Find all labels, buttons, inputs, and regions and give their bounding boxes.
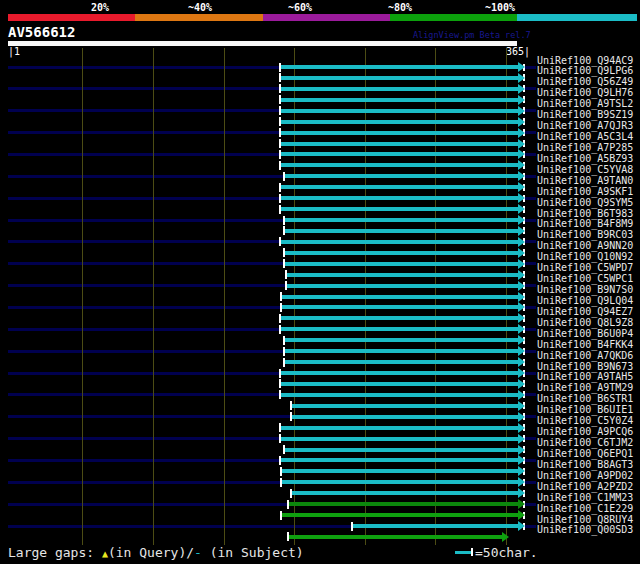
alignment-bar[interactable] (281, 65, 518, 69)
alignment-bar[interactable] (281, 382, 518, 386)
subject-label[interactable]: UniRef100_Q8RUY4 (537, 515, 633, 525)
subject-label[interactable]: UniRef100_A9PD02 (537, 471, 633, 481)
alignment-bar[interactable] (281, 87, 518, 91)
subject-label[interactable]: UniRef100_B9N673 (537, 362, 633, 372)
alignment-bar[interactable] (281, 185, 518, 189)
alignment-bar[interactable] (281, 163, 518, 167)
ruler-start-label: |1 (8, 46, 20, 57)
alignment-bar[interactable] (353, 524, 518, 528)
subject-label[interactable]: UniRef100_A9TAN0 (537, 176, 633, 186)
alignment-arrowhead-icon (518, 270, 525, 280)
subject-label[interactable]: UniRef100_A5BZ93 (537, 154, 633, 164)
subject-label[interactable]: UniRef100_Q6EPQ1 (537, 449, 633, 459)
subject-label[interactable]: UniRef100_A5C3L4 (537, 132, 633, 142)
subject-label[interactable]: UniRef100_B6STR1 (537, 394, 633, 404)
subject-label[interactable]: UniRef100_B9N7S0 (537, 285, 633, 295)
alignment-bar[interactable] (282, 469, 518, 473)
subject-label[interactable]: UniRef100_A7P285 (537, 143, 633, 153)
alignment-arrowhead-icon (518, 62, 525, 72)
alignment-bar[interactable] (281, 371, 518, 375)
alignment-bar[interactable] (281, 458, 518, 462)
subject-label[interactable]: UniRef100_C5YVA8 (537, 165, 633, 175)
alignment-bar[interactable] (281, 131, 518, 135)
subject-label[interactable]: UniRef100_B6U0P4 (537, 329, 633, 339)
subject-label[interactable]: UniRef100_A9TSL2 (537, 99, 633, 109)
alignment-bar[interactable] (285, 218, 518, 222)
alignment-bar[interactable] (285, 360, 518, 364)
subject-label[interactable]: UniRef100_B4F8M9 (537, 219, 633, 229)
subject-label[interactable]: UniRef100_C5WPD7 (537, 263, 633, 273)
subject-label[interactable]: UniRef100_C5WPC1 (537, 274, 633, 284)
alignment-bar[interactable] (281, 109, 518, 113)
alignment-bar[interactable] (282, 295, 518, 299)
alignment-bar[interactable] (285, 174, 518, 178)
alignment-bar[interactable] (281, 437, 518, 441)
subject-label[interactable]: UniRef100_A7QKD6 (537, 351, 633, 361)
alignment-bar[interactable] (289, 502, 518, 506)
alignment-bar[interactable] (281, 142, 518, 146)
alignment-bar[interactable] (281, 240, 518, 244)
alignment-bar[interactable] (289, 535, 502, 539)
alignment-bar[interactable] (281, 426, 518, 430)
subject-label[interactable]: UniRef100_C1E229 (537, 504, 633, 514)
alignment-arrowhead-icon (518, 182, 525, 192)
subject-label[interactable]: UniRef100_B9SZ19 (537, 110, 633, 120)
subject-label[interactable]: UniRef100_Q94EZ7 (537, 307, 633, 317)
alignment-bar[interactable] (281, 76, 518, 80)
gaps-legend-query-text: (in Query)/ (108, 545, 194, 560)
alignment-bar[interactable] (281, 207, 518, 211)
alignment-bar[interactable] (285, 251, 518, 255)
alignment-bar[interactable] (282, 305, 518, 309)
alignment-arrowhead-icon (518, 149, 525, 159)
alignment-arrowhead-icon (518, 466, 525, 476)
alignment-bar[interactable] (285, 338, 518, 342)
subject-label[interactable]: UniRef100_Q10N92 (537, 252, 633, 262)
subject-label[interactable]: UniRef100_A9SKF1 (537, 187, 633, 197)
subject-label[interactable]: UniRef100_B6T983 (537, 209, 633, 219)
subject-label[interactable]: UniRef100_C6TJM2 (537, 438, 633, 448)
subject-label[interactable]: UniRef100_Q9LPG6 (537, 66, 633, 76)
alignment-bar[interactable] (281, 196, 518, 200)
alignment-bar[interactable] (285, 448, 518, 452)
alignment-bar[interactable] (282, 480, 518, 484)
subject-label[interactable]: UniRef100_Q8L9Z8 (537, 318, 633, 328)
alignment-bar[interactable] (287, 273, 518, 277)
alignment-bar[interactable] (281, 152, 518, 156)
subject-label[interactable]: UniRef100_A9TM29 (537, 383, 633, 393)
ruler-end-label: 365| (506, 46, 530, 57)
subject-label[interactable]: UniRef100_B4FKK4 (537, 340, 633, 350)
subject-label[interactable]: UniRef100_Q94AC9 (537, 56, 633, 66)
subject-label[interactable]: UniRef100_C1MM23 (537, 493, 633, 503)
alignment-bar[interactable] (282, 513, 518, 517)
alignment-bar[interactable] (285, 262, 518, 266)
subject-label[interactable]: UniRef100_A9TAH5 (537, 372, 633, 382)
alignment-bar[interactable] (292, 415, 518, 419)
subject-label[interactable]: UniRef100_Q9SYM5 (537, 198, 633, 208)
scale-legend-end-tick (471, 548, 473, 556)
alignment-bar[interactable] (292, 491, 518, 495)
subject-label[interactable]: UniRef100_A7QJR3 (537, 121, 633, 131)
alignment-bar[interactable] (285, 349, 518, 353)
alignment-bar[interactable] (281, 393, 518, 397)
subject-label[interactable]: UniRef100_A9PCQ6 (537, 427, 633, 437)
alignment-bar[interactable] (285, 229, 518, 233)
subject-label[interactable]: UniRef100_C5Y0Z4 (537, 416, 633, 426)
subject-label[interactable]: UniRef100_Q9LH76 (537, 88, 633, 98)
identity-scale-label: ~80% (388, 2, 412, 13)
subject-label[interactable]: UniRef100_Q00SD3 (537, 525, 633, 535)
alignment-arrowhead-icon (518, 488, 525, 498)
subject-label[interactable]: UniRef100_A2PZD2 (537, 482, 633, 492)
alignment-arrowhead-icon (518, 128, 525, 138)
alignment-bar[interactable] (281, 120, 518, 124)
subject-label[interactable]: UniRef100_A9NN20 (537, 241, 633, 251)
alignment-bar[interactable] (281, 316, 518, 320)
subject-label[interactable]: UniRef100_B8AGT3 (537, 460, 633, 470)
subject-label[interactable]: UniRef100_Q9LQ04 (537, 296, 633, 306)
subject-label[interactable]: UniRef100_B6UIE1 (537, 405, 633, 415)
subject-label[interactable]: UniRef100_Q56Z49 (537, 77, 633, 87)
subject-label[interactable]: UniRef100_B9RC03 (537, 230, 633, 240)
alignment-bar[interactable] (287, 284, 518, 288)
alignment-bar[interactable] (292, 404, 518, 408)
alignment-bar[interactable] (281, 327, 518, 331)
alignment-bar[interactable] (281, 98, 518, 102)
